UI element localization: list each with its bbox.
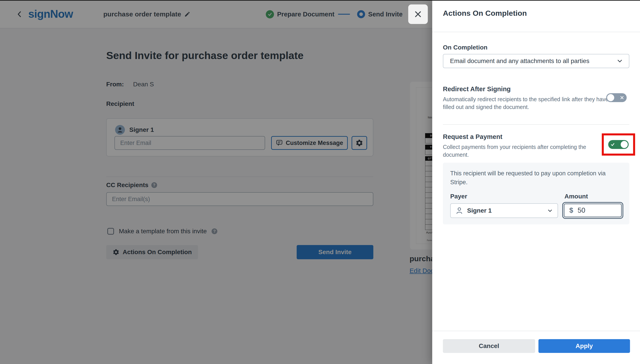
redirect-after-signing-title: Redirect After Signing [443,86,511,93]
toggle-knob [607,94,614,101]
cancel-label: Cancel [479,342,499,350]
redirect-toggle[interactable] [606,93,627,102]
cancel-button[interactable]: Cancel [443,339,535,353]
payer-label: Payer [450,193,467,200]
footer-divider [432,331,640,331]
on-completion-select[interactable]: Email document and any attachments to al… [443,54,629,68]
toggle-on-check-icon [611,142,615,146]
panel-divider [443,124,629,125]
chevron-down-icon [548,209,552,212]
amount-input[interactable] [578,206,611,214]
highlight-rectangle [602,134,635,156]
apply-button[interactable]: Apply [538,339,630,353]
toggle-knob [621,141,628,148]
payment-info-text: This recipient will be requested to pay … [450,169,623,187]
close-button[interactable] [408,4,428,24]
payer-value: Signer 1 [467,207,543,214]
on-completion-value: Email document and any attachments to al… [450,58,617,64]
request-payment-description: Collect payments from your recipients af… [443,143,605,159]
amount-label: Amount [564,193,588,200]
screen: signNow purchase order template Prepare … [0,0,640,364]
toggle-off-x-icon [620,96,623,99]
panel-title: Actions On Completion [443,9,527,18]
close-icon [413,10,423,19]
chevron-down-icon [617,60,622,62]
window-top-edge [0,0,640,1]
apply-label: Apply [576,342,593,350]
actions-on-completion-panel: Actions On Completion On Completion Emai… [432,0,640,364]
payment-info-box: This recipient will be requested to pay … [443,163,629,224]
dollar-icon: $ [569,206,573,214]
amount-field: $ [562,202,623,219]
request-payment-toggle[interactable] [608,140,629,149]
person-icon [456,207,463,214]
on-completion-label: On Completion [443,44,488,51]
panel-divider [432,32,640,32]
request-payment-title: Request a Payment [443,133,502,140]
redirect-after-signing-description: Automatically redirect recipients to the… [443,96,618,111]
payer-select[interactable]: Signer 1 [450,203,558,218]
